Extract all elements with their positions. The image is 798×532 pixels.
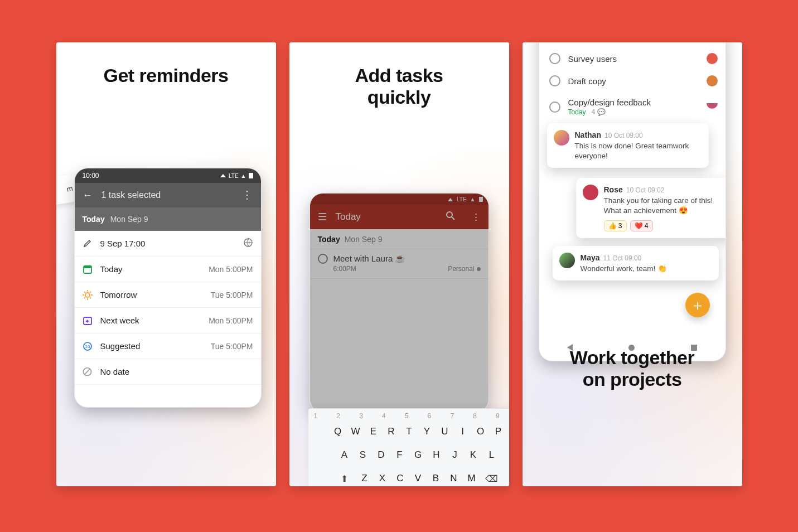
backspace-key[interactable]: ⌫ [482, 469, 502, 486]
svg-line-9 [84, 292, 85, 293]
heading-reminders: Get reminders [56, 42, 276, 86]
schedule-option-today[interactable]: Today Mon 5:00PM [75, 257, 261, 282]
svg-line-11 [90, 292, 91, 293]
svg-line-10 [90, 297, 91, 298]
schedule-option-no-date[interactable]: No date [75, 359, 261, 385]
checkbox-icon[interactable] [549, 53, 560, 64]
svg-point-4 [85, 293, 90, 297]
keyboard-row-3[interactable]: ⬆ ZXCVBNM ⌫ [308, 467, 509, 486]
suggested-icon: 10 [83, 341, 93, 351]
selection-header: ← 1 task selected ⋯ [75, 183, 261, 207]
heading-work-together: Work together on projects [523, 347, 742, 390]
phone-mock-reminders: 10:00 LTE ▲ ← 1 task selected ⋯ TodayMon… [74, 168, 262, 408]
svg-text:10: 10 [85, 344, 90, 349]
phone-mock-collab: Survey users Draft copy Copy/design feed… [539, 42, 726, 361]
assignee-avatar [707, 75, 718, 86]
next-week-icon [83, 316, 93, 325]
svg-line-12 [84, 297, 85, 298]
phone-mock-add: LTE ▲ ☰ Today ⋮ TodayMon Sep 9 Meet with… [309, 193, 489, 413]
wifi-icon [220, 173, 226, 178]
comment-bubble[interactable]: Maya11 Oct 09:00 Wonderful work, team! 👏 [553, 246, 719, 280]
svg-rect-3 [84, 266, 91, 268]
today-bar: TodayMon Sep 9 [75, 207, 261, 231]
keyboard-row-2[interactable]: ASDFGHJKL [308, 443, 509, 467]
no-date-icon [83, 367, 93, 376]
back-icon[interactable]: ← [83, 190, 93, 201]
dim-overlay [310, 194, 489, 412]
globe-icon[interactable] [243, 238, 253, 249]
comment-bubble[interactable]: Rose10 Oct 09:02 Thank you for taking ca… [576, 178, 726, 238]
reaction-heart[interactable]: ❤️ 4 [630, 220, 653, 231]
reaction-like[interactable]: 👍 3 [604, 220, 627, 231]
calendar-today-icon [83, 265, 93, 274]
task-item[interactable]: Draft copy [539, 70, 726, 92]
shift-key[interactable]: ⬆ [335, 469, 355, 486]
keyboard-hint-row: 1234567890 [308, 409, 509, 420]
schedule-option-suggested[interactable]: 10 Suggested Tue 5:00PM [75, 333, 261, 359]
task-list: Survey users Draft copy Copy/design feed… [539, 42, 726, 122]
avatar [559, 253, 575, 268]
edit-date-row[interactable]: 9 Sep 17:00 [75, 231, 261, 257]
assignee-avatar [707, 53, 718, 64]
assignee-avatar [707, 98, 718, 109]
panel-reminders: Get reminders m Todoist · Fitness · 7:30… [56, 42, 276, 486]
avatar [554, 130, 569, 146]
comment-bubble[interactable]: Nathan10 Oct 09:00 This is now done! Gre… [547, 123, 709, 168]
keyboard-row-1[interactable]: QWERTYUIOP [308, 420, 509, 443]
sun-icon [83, 290, 93, 300]
pencil-icon [83, 239, 93, 248]
status-bar: 10:00 LTE ▲ [75, 168, 261, 183]
schedule-option-tomorrow[interactable]: Tomorrow Tue 5:00PM [75, 282, 261, 308]
schedule-option-next-week[interactable]: Next week Mon 5:00PM [75, 308, 261, 333]
task-item[interactable]: Copy/design feedback Today 4 💬 [539, 92, 726, 122]
task-item[interactable]: Survey users [539, 47, 726, 70]
heading-add-tasks: Add tasks quickly [289, 42, 509, 108]
panel-work-together: Survey users Draft copy Copy/design feed… [523, 42, 742, 486]
battery-icon [249, 173, 253, 178]
checkbox-icon[interactable] [549, 75, 560, 86]
checkbox-icon[interactable] [549, 101, 560, 113]
svg-rect-0 [249, 173, 253, 178]
panel-add-tasks: Add tasks quickly LTE ▲ ☰ Today ⋮ TodayM… [289, 42, 509, 486]
svg-line-17 [85, 369, 90, 374]
keyboard[interactable]: 1234567890 QWERTYUIOP ASDFGHJKL ⬆ ZXCVBN… [308, 408, 509, 486]
add-task-fab[interactable]: ＋ [685, 293, 710, 317]
avatar [583, 185, 598, 200]
more-icon[interactable]: ⋯ [241, 190, 254, 201]
